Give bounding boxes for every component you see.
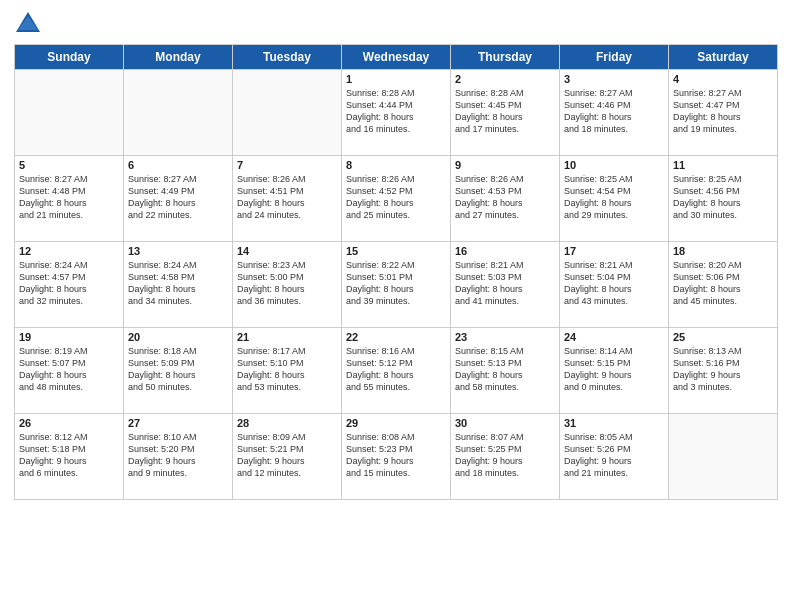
- day-info: Sunrise: 8:25 AM Sunset: 4:54 PM Dayligh…: [564, 173, 664, 222]
- day-info: Sunrise: 8:26 AM Sunset: 4:52 PM Dayligh…: [346, 173, 446, 222]
- calendar-cell: 28Sunrise: 8:09 AM Sunset: 5:21 PM Dayli…: [233, 414, 342, 500]
- calendar-week-row: 5Sunrise: 8:27 AM Sunset: 4:48 PM Daylig…: [15, 156, 778, 242]
- day-number: 9: [455, 159, 555, 171]
- calendar-cell: 12Sunrise: 8:24 AM Sunset: 4:57 PM Dayli…: [15, 242, 124, 328]
- day-number: 18: [673, 245, 773, 257]
- calendar-cell: 29Sunrise: 8:08 AM Sunset: 5:23 PM Dayli…: [342, 414, 451, 500]
- calendar-cell: 3Sunrise: 8:27 AM Sunset: 4:46 PM Daylig…: [560, 70, 669, 156]
- calendar-cell: 17Sunrise: 8:21 AM Sunset: 5:04 PM Dayli…: [560, 242, 669, 328]
- calendar-cell: 19Sunrise: 8:19 AM Sunset: 5:07 PM Dayli…: [15, 328, 124, 414]
- calendar-cell: [15, 70, 124, 156]
- calendar-cell: 2Sunrise: 8:28 AM Sunset: 4:45 PM Daylig…: [451, 70, 560, 156]
- day-info: Sunrise: 8:24 AM Sunset: 4:58 PM Dayligh…: [128, 259, 228, 308]
- logo-icon: [14, 10, 42, 38]
- calendar-day-header: Friday: [560, 45, 669, 70]
- day-info: Sunrise: 8:28 AM Sunset: 4:45 PM Dayligh…: [455, 87, 555, 136]
- calendar-day-header: Wednesday: [342, 45, 451, 70]
- day-info: Sunrise: 8:26 AM Sunset: 4:53 PM Dayligh…: [455, 173, 555, 222]
- calendar-day-header: Sunday: [15, 45, 124, 70]
- day-number: 23: [455, 331, 555, 343]
- day-info: Sunrise: 8:08 AM Sunset: 5:23 PM Dayligh…: [346, 431, 446, 480]
- day-info: Sunrise: 8:16 AM Sunset: 5:12 PM Dayligh…: [346, 345, 446, 394]
- logo: [14, 10, 46, 38]
- day-number: 13: [128, 245, 228, 257]
- calendar-cell: 10Sunrise: 8:25 AM Sunset: 4:54 PM Dayli…: [560, 156, 669, 242]
- calendar-cell: 27Sunrise: 8:10 AM Sunset: 5:20 PM Dayli…: [124, 414, 233, 500]
- day-info: Sunrise: 8:09 AM Sunset: 5:21 PM Dayligh…: [237, 431, 337, 480]
- day-number: 7: [237, 159, 337, 171]
- day-number: 24: [564, 331, 664, 343]
- calendar-cell: 15Sunrise: 8:22 AM Sunset: 5:01 PM Dayli…: [342, 242, 451, 328]
- day-info: Sunrise: 8:27 AM Sunset: 4:46 PM Dayligh…: [564, 87, 664, 136]
- calendar-day-header: Saturday: [669, 45, 778, 70]
- day-info: Sunrise: 8:17 AM Sunset: 5:10 PM Dayligh…: [237, 345, 337, 394]
- calendar-cell: 26Sunrise: 8:12 AM Sunset: 5:18 PM Dayli…: [15, 414, 124, 500]
- calendar-cell: 4Sunrise: 8:27 AM Sunset: 4:47 PM Daylig…: [669, 70, 778, 156]
- day-info: Sunrise: 8:21 AM Sunset: 5:03 PM Dayligh…: [455, 259, 555, 308]
- day-info: Sunrise: 8:27 AM Sunset: 4:47 PM Dayligh…: [673, 87, 773, 136]
- calendar-cell: 5Sunrise: 8:27 AM Sunset: 4:48 PM Daylig…: [15, 156, 124, 242]
- svg-marker-1: [18, 16, 38, 30]
- calendar-cell: 9Sunrise: 8:26 AM Sunset: 4:53 PM Daylig…: [451, 156, 560, 242]
- calendar-table: SundayMondayTuesdayWednesdayThursdayFrid…: [14, 44, 778, 500]
- calendar-cell: [124, 70, 233, 156]
- calendar-week-row: 26Sunrise: 8:12 AM Sunset: 5:18 PM Dayli…: [15, 414, 778, 500]
- day-number: 5: [19, 159, 119, 171]
- day-number: 30: [455, 417, 555, 429]
- calendar-week-row: 12Sunrise: 8:24 AM Sunset: 4:57 PM Dayli…: [15, 242, 778, 328]
- day-number: 10: [564, 159, 664, 171]
- day-info: Sunrise: 8:05 AM Sunset: 5:26 PM Dayligh…: [564, 431, 664, 480]
- day-number: 26: [19, 417, 119, 429]
- calendar-cell: 14Sunrise: 8:23 AM Sunset: 5:00 PM Dayli…: [233, 242, 342, 328]
- day-info: Sunrise: 8:21 AM Sunset: 5:04 PM Dayligh…: [564, 259, 664, 308]
- day-number: 27: [128, 417, 228, 429]
- calendar-cell: 22Sunrise: 8:16 AM Sunset: 5:12 PM Dayli…: [342, 328, 451, 414]
- day-info: Sunrise: 8:14 AM Sunset: 5:15 PM Dayligh…: [564, 345, 664, 394]
- calendar-cell: 30Sunrise: 8:07 AM Sunset: 5:25 PM Dayli…: [451, 414, 560, 500]
- day-number: 29: [346, 417, 446, 429]
- day-info: Sunrise: 8:12 AM Sunset: 5:18 PM Dayligh…: [19, 431, 119, 480]
- day-info: Sunrise: 8:15 AM Sunset: 5:13 PM Dayligh…: [455, 345, 555, 394]
- day-number: 1: [346, 73, 446, 85]
- day-info: Sunrise: 8:22 AM Sunset: 5:01 PM Dayligh…: [346, 259, 446, 308]
- day-number: 14: [237, 245, 337, 257]
- calendar-cell: 25Sunrise: 8:13 AM Sunset: 5:16 PM Dayli…: [669, 328, 778, 414]
- day-info: Sunrise: 8:10 AM Sunset: 5:20 PM Dayligh…: [128, 431, 228, 480]
- day-info: Sunrise: 8:13 AM Sunset: 5:16 PM Dayligh…: [673, 345, 773, 394]
- day-info: Sunrise: 8:23 AM Sunset: 5:00 PM Dayligh…: [237, 259, 337, 308]
- calendar-week-row: 19Sunrise: 8:19 AM Sunset: 5:07 PM Dayli…: [15, 328, 778, 414]
- day-info: Sunrise: 8:27 AM Sunset: 4:49 PM Dayligh…: [128, 173, 228, 222]
- day-info: Sunrise: 8:26 AM Sunset: 4:51 PM Dayligh…: [237, 173, 337, 222]
- day-number: 2: [455, 73, 555, 85]
- calendar-cell: 8Sunrise: 8:26 AM Sunset: 4:52 PM Daylig…: [342, 156, 451, 242]
- calendar-cell: 6Sunrise: 8:27 AM Sunset: 4:49 PM Daylig…: [124, 156, 233, 242]
- day-number: 22: [346, 331, 446, 343]
- calendar-cell: 21Sunrise: 8:17 AM Sunset: 5:10 PM Dayli…: [233, 328, 342, 414]
- day-info: Sunrise: 8:18 AM Sunset: 5:09 PM Dayligh…: [128, 345, 228, 394]
- day-number: 3: [564, 73, 664, 85]
- day-number: 15: [346, 245, 446, 257]
- calendar-day-header: Thursday: [451, 45, 560, 70]
- calendar-cell: 20Sunrise: 8:18 AM Sunset: 5:09 PM Dayli…: [124, 328, 233, 414]
- day-info: Sunrise: 8:19 AM Sunset: 5:07 PM Dayligh…: [19, 345, 119, 394]
- day-number: 4: [673, 73, 773, 85]
- day-number: 19: [19, 331, 119, 343]
- day-number: 6: [128, 159, 228, 171]
- calendar-cell: 24Sunrise: 8:14 AM Sunset: 5:15 PM Dayli…: [560, 328, 669, 414]
- calendar-header-row: SundayMondayTuesdayWednesdayThursdayFrid…: [15, 45, 778, 70]
- calendar-cell: 7Sunrise: 8:26 AM Sunset: 4:51 PM Daylig…: [233, 156, 342, 242]
- calendar-cell: 18Sunrise: 8:20 AM Sunset: 5:06 PM Dayli…: [669, 242, 778, 328]
- calendar-cell: 11Sunrise: 8:25 AM Sunset: 4:56 PM Dayli…: [669, 156, 778, 242]
- header: [14, 10, 778, 38]
- day-number: 11: [673, 159, 773, 171]
- calendar-week-row: 1Sunrise: 8:28 AM Sunset: 4:44 PM Daylig…: [15, 70, 778, 156]
- calendar-cell: 13Sunrise: 8:24 AM Sunset: 4:58 PM Dayli…: [124, 242, 233, 328]
- calendar-cell: 1Sunrise: 8:28 AM Sunset: 4:44 PM Daylig…: [342, 70, 451, 156]
- calendar-day-header: Tuesday: [233, 45, 342, 70]
- calendar-cell: 31Sunrise: 8:05 AM Sunset: 5:26 PM Dayli…: [560, 414, 669, 500]
- day-number: 8: [346, 159, 446, 171]
- page: SundayMondayTuesdayWednesdayThursdayFrid…: [0, 0, 792, 612]
- day-info: Sunrise: 8:28 AM Sunset: 4:44 PM Dayligh…: [346, 87, 446, 136]
- day-number: 12: [19, 245, 119, 257]
- day-number: 17: [564, 245, 664, 257]
